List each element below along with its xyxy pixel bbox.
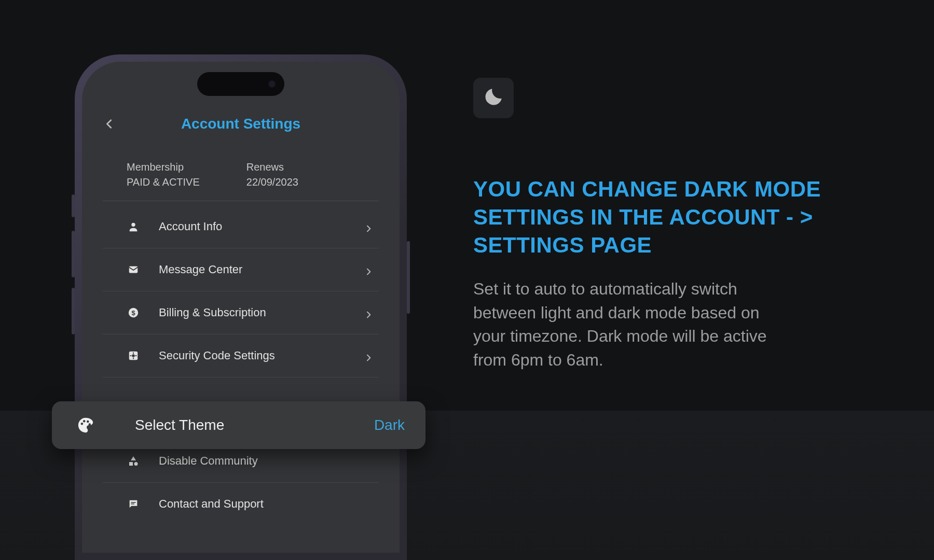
select-theme-value: Dark (374, 417, 405, 433)
palette-icon (77, 416, 94, 434)
chevron-right-icon (364, 222, 373, 231)
select-theme-label: Select Theme (135, 417, 224, 433)
membership-value: PAID & ACTIVE (127, 176, 200, 188)
settings-item-label: Disable Community (159, 454, 258, 468)
chevron-right-icon (364, 352, 373, 360)
phone-volume-down-button (72, 288, 75, 334)
mail-icon (127, 263, 140, 276)
dollar-icon: $ (127, 306, 140, 319)
svg-rect-7 (133, 358, 134, 359)
phone-power-button (407, 241, 410, 314)
dynamic-island (197, 72, 284, 96)
svg-rect-8 (130, 355, 132, 356)
screen-header: Account Settings (101, 109, 381, 138)
chevron-right-icon (364, 265, 373, 274)
phone-frame: Account Settings Membership PAID & ACTIV… (75, 54, 407, 560)
chat-icon (127, 497, 140, 511)
settings-item-label: Billing & Subscription (159, 306, 266, 319)
settings-item-security[interactable]: Security Code Settings (103, 334, 379, 377)
svg-point-18 (89, 423, 91, 426)
svg-point-16 (83, 420, 86, 423)
svg-marker-10 (131, 456, 136, 460)
svg-rect-9 (135, 355, 137, 356)
settings-item-label: Account Info (159, 220, 222, 233)
svg-point-5 (132, 354, 135, 357)
svg-point-0 (131, 223, 135, 227)
callout-body: Set it to auto to automatically switch b… (473, 277, 795, 372)
settings-item-contact-support[interactable]: Contact and Support (103, 483, 379, 525)
phone-side-button (72, 194, 75, 217)
svg-point-12 (134, 462, 138, 466)
shapes-icon (127, 454, 140, 468)
settings-item-label: Message Center (159, 263, 242, 276)
gear-box-icon (127, 349, 140, 362)
settings-item-label: Security Code Settings (159, 349, 275, 362)
moon-icon-tile (473, 78, 514, 118)
person-icon (127, 220, 140, 233)
settings-item-billing[interactable]: $ Billing & Subscription (103, 291, 379, 334)
callout-heading: YOU CAN CHANGE DARK MODE SETTINGS IN THE… (473, 175, 836, 259)
callout-panel: YOU CAN CHANGE DARK MODE SETTINGS IN THE… (473, 78, 836, 372)
back-icon[interactable] (104, 118, 115, 130)
svg-rect-6 (133, 353, 134, 354)
svg-text:$: $ (131, 309, 135, 317)
renews-label: Renews (246, 161, 298, 173)
svg-rect-13 (131, 502, 135, 502)
select-theme-popover[interactable]: Select Theme Dark (52, 401, 425, 449)
settings-item-label: Contact and Support (159, 497, 264, 511)
membership-label: Membership (127, 161, 200, 173)
membership-row: Membership PAID & ACTIVE Renews 22/09/20… (103, 144, 379, 201)
renews-value: 22/09/2023 (246, 176, 298, 188)
svg-point-17 (87, 421, 89, 423)
settings-list: Account Info Message Center (101, 201, 381, 525)
svg-point-15 (81, 423, 84, 425)
svg-rect-11 (129, 462, 133, 466)
svg-rect-14 (131, 503, 134, 504)
moon-icon (483, 86, 504, 110)
settings-item-account-info[interactable]: Account Info (103, 205, 379, 248)
settings-item-message-center[interactable]: Message Center (103, 248, 379, 291)
phone-volume-up-button (72, 231, 75, 277)
phone-screen: Account Settings Membership PAID & ACTIV… (82, 62, 400, 553)
page-title: Account Settings (181, 116, 300, 132)
chevron-right-icon (364, 309, 373, 317)
